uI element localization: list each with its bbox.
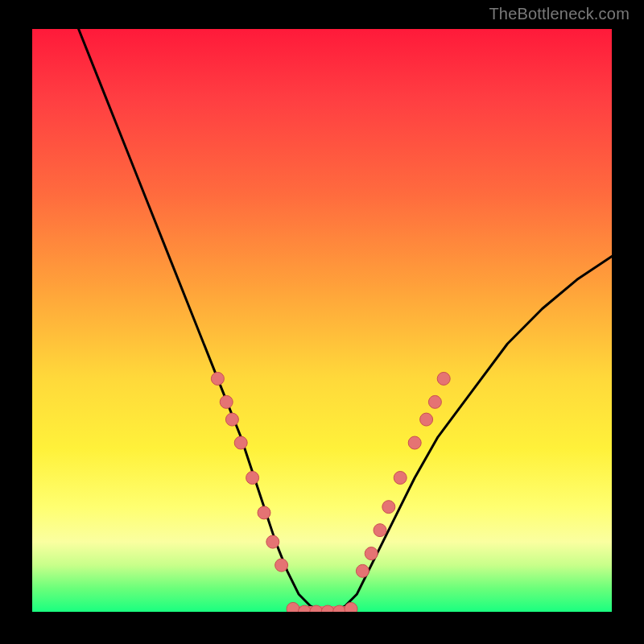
dot-right-4 [394,471,407,484]
curve-layer [79,29,612,612]
dot-right-6 [420,413,433,426]
dot-left-3 [234,436,247,449]
dot-right-8 [437,372,450,385]
dot-left-7 [275,559,288,572]
dot-right-3 [382,501,395,514]
chart-svg [32,29,612,612]
bottleneck-curve [79,29,612,612]
dots-layer [211,372,450,612]
dot-right-5 [408,436,421,449]
dot-right-0 [356,564,369,577]
dot-left-4 [246,471,259,484]
watermark-text: TheBottleneck.com [489,5,630,23]
plot-area [32,29,612,612]
dot-right-1 [365,547,378,560]
dot-left-5 [258,506,270,519]
dot-right-7 [428,395,441,408]
chart-frame: TheBottleneck.com [0,0,644,644]
dot-left-2 [225,413,238,426]
dot-left-1 [220,395,233,408]
dot-bottom-5 [345,602,357,612]
dot-right-2 [374,524,386,537]
dot-left-0 [211,372,224,385]
dot-bottom-0 [287,602,299,612]
dot-left-6 [266,535,279,548]
